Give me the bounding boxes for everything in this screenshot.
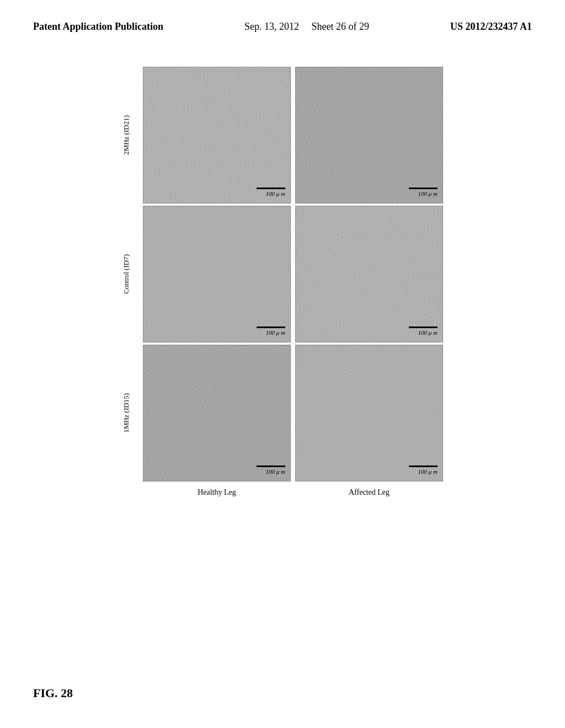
column-labels: Healthy Leg Affected Leg [122,488,443,497]
microscopy-2mhz-affected [295,67,443,204]
microscopy-ctrl-affected [295,206,443,342]
scale-label: 100 μ m [418,190,438,197]
scale-bar-1mhz-h: 100 μ m [257,465,285,475]
image-ctrl-healthy: 100 μ m [143,206,291,342]
scale-bar-line [257,326,285,328]
header-center: Sep. 13, 2012 Sheet 26 of 29 [244,20,369,34]
publication-title: Patent Application Publication [33,20,163,34]
row-control: Control (ID7) 100 μ m 100 μ m [122,206,443,342]
scale-bar-line [257,465,285,467]
scale-label: 100 μ m [266,190,285,197]
image-2mhz-affected: 100 μ m [295,67,443,204]
image-pair-control: 100 μ m 100 μ m [143,206,443,342]
microscopy-ctrl-healthy [143,206,291,342]
image-2mhz-healthy: 100 μ m [143,67,291,204]
sheet-info: Sheet 26 of 29 [312,21,369,32]
figure-label: FIG. 28 [33,686,73,700]
microscopy-1mhz-affected [295,345,443,481]
scale-label: 100 μ m [418,329,438,336]
scale-label: 100 μ m [418,468,438,475]
figure-container: 2MHz (ID21) 100 μ m 100 μ m [122,67,443,497]
row-label-2mhz: 2MHz (ID21) [122,115,137,155]
scale-bar-line [409,326,438,328]
scale-bar-line [257,188,285,189]
image-rows: 2MHz (ID21) 100 μ m 100 μ m [122,67,443,484]
row-label-control: Control (ID7) [122,254,137,294]
image-ctrl-affected: 100 μ m [295,206,443,342]
scale-bar-2mhz-h: 100 μ m [257,188,285,197]
scale-bar-line [409,188,438,189]
patent-number: US 2012/232437 A1 [450,20,532,34]
page-header: Patent Application Publication Sep. 13, … [0,0,565,34]
scale-bar-2mhz-a: 100 μ m [409,188,438,197]
microscopy-1mhz-healthy [143,345,291,481]
scale-bar-1mhz-a: 100 μ m [409,465,438,475]
scale-label: 100 μ m [266,468,285,475]
scale-label: 100 μ m [266,329,285,336]
image-1mhz-affected: 100 μ m [295,345,443,481]
scale-bar-line [409,465,438,467]
image-pair-1mhz: 100 μ m 100 μ m [143,345,443,481]
col-label-healthy: Healthy Leg [143,488,291,497]
scale-bar-ctrl-h: 100 μ m [257,326,285,336]
row-1mhz: 1MHz (ID15) 100 μ m 100 μ m [122,345,443,481]
publication-date: Sep. 13, 2012 [244,21,299,32]
microscopy-2mhz-healthy [143,67,291,204]
main-content: 2MHz (ID21) 100 μ m 100 μ m [0,67,565,497]
row-2mhz: 2MHz (ID21) 100 μ m 100 μ m [122,67,443,204]
scale-bar-ctrl-a: 100 μ m [409,326,438,336]
row-label-1mhz: 1MHz (ID15) [122,393,137,433]
col-label-affected: Affected Leg [295,488,443,497]
image-1mhz-healthy: 100 μ m [143,345,291,481]
image-pair-2mhz: 100 μ m 100 μ m [143,67,443,204]
